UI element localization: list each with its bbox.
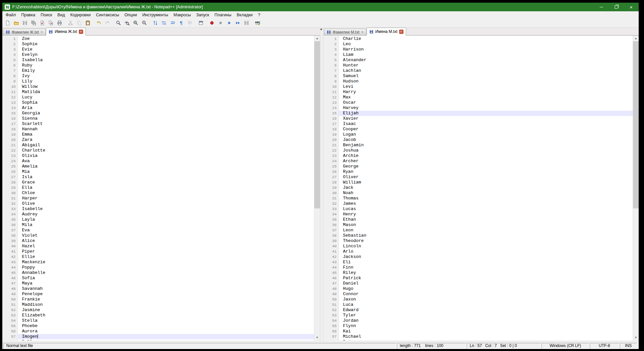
line-text[interactable]: Archie [339,153,633,159]
tab-right-0[interactable]: Фамилии M.txt× [324,29,366,35]
line-number[interactable]: 55 [323,323,339,329]
line-text[interactable]: Flynn [339,323,633,329]
line-text[interactable]: Emma [18,132,314,137]
paste-button[interactable] [83,19,92,27]
line-number[interactable]: 44 [2,265,18,270]
line-text[interactable]: Riley [339,270,633,276]
line-text[interactable]: Arlo [339,249,633,254]
line-number[interactable]: 26 [2,169,18,175]
line-number[interactable]: 45 [323,270,339,276]
line-number[interactable]: 8 [2,73,18,79]
line-number[interactable]: 14 [2,105,18,111]
macro-multi-button[interactable] [234,19,242,27]
line-text[interactable]: Leo [339,42,633,47]
line-text[interactable]: Stella [18,318,314,323]
line-number[interactable]: 39 [323,238,339,244]
status-cursor-position[interactable]: Ln : 57 Col : 7 Sel : 0 | 0 [467,343,541,349]
line-number[interactable]: 1 [2,36,18,42]
line-text[interactable]: Ivy [18,73,314,79]
line-number[interactable]: 18 [2,127,18,132]
text-area-left[interactable]: 1Zoe2Sophie3Evie4Evelyn5Isabella6Ruby7Em… [2,36,314,340]
save-button[interactable] [21,19,29,27]
line-text[interactable]: Mila [18,222,314,228]
line-number[interactable]: 33 [2,206,18,212]
line-text[interactable]: Evelyn [18,52,314,58]
line-number[interactable]: 47 [323,281,339,286]
user-dialog-button[interactable] [197,19,205,27]
line-text[interactable]: Hannah [18,127,314,132]
line-text[interactable]: Oscar [339,100,633,105]
line-number[interactable]: 29 [2,185,18,190]
undo-button[interactable] [94,19,103,27]
line-number[interactable]: 17 [323,121,339,127]
line-text[interactable]: Isaac [339,121,633,127]
redo-button[interactable] [103,19,112,27]
line-text[interactable]: Ella [18,185,314,190]
menu-item-file[interactable]: Файл [3,12,19,18]
menu-item-plugins[interactable]: Плагины [212,12,234,18]
line-number[interactable]: 10 [323,84,339,89]
line-text[interactable]: Lachlan [339,68,633,73]
line-number[interactable]: 46 [2,276,18,281]
line-text[interactable]: Ethan [339,217,633,222]
line-text[interactable]: Alexander [339,58,633,63]
line-number[interactable]: 10 [2,84,18,89]
line-text[interactable]: Theodore [339,238,633,244]
scroll-track[interactable] [633,41,639,335]
line-text[interactable]: Violet [18,233,314,238]
scroll-track[interactable] [314,41,320,335]
menu-item-help[interactable]: ? [255,12,263,18]
line-number[interactable]: 53 [323,313,339,318]
line-number[interactable]: 54 [323,318,339,323]
line-text[interactable]: Liam [339,52,633,58]
line-text[interactable]: Charlotte [18,148,314,153]
line-text[interactable]: Xavier [339,116,633,121]
line-text[interactable]: Jaxon [339,297,633,302]
line-number[interactable]: 23 [323,153,339,159]
line-text[interactable]: William [339,180,633,185]
line-text[interactable]: Joshua [339,148,633,153]
line-text[interactable]: Sienna [18,116,314,121]
line-number[interactable]: 52 [323,307,339,313]
line-number[interactable]: 48 [2,286,18,292]
menu-item-tabs[interactable]: Вкладки [234,12,255,18]
line-number[interactable]: 15 [323,111,339,116]
line-number[interactable]: 32 [323,201,339,206]
line-text[interactable]: Grace [18,180,314,185]
line-text[interactable]: Daniel [339,281,633,286]
line-number[interactable]: 44 [323,265,339,270]
line-text[interactable]: Logan [339,132,633,137]
splitter[interactable]: ◀ [320,28,323,342]
line-number[interactable]: 53 [2,313,18,318]
line-text[interactable]: Ava [18,159,314,164]
line-number[interactable]: 12 [323,95,339,100]
line-number[interactable]: 21 [2,143,18,148]
line-text[interactable]: Sophia [18,100,314,105]
line-number[interactable]: 20 [323,137,339,143]
line-text[interactable]: Oliver [339,175,633,180]
line-number[interactable]: 26 [323,169,339,175]
line-number[interactable]: 24 [323,159,339,164]
line-number[interactable]: 37 [323,228,339,233]
status-insert-mode[interactable]: INS [620,343,637,349]
line-text[interactable]: Archer [339,159,633,164]
save-all-button[interactable] [29,19,38,27]
line-text[interactable]: Scarlett [18,121,314,127]
line-text[interactable]: Maya [18,281,314,286]
line-text[interactable]: Charlie [339,36,633,42]
line-text[interactable]: Ryder [339,339,633,340]
line-text[interactable]: Elizabeth [18,313,314,318]
line-text[interactable]: Layla [18,217,314,222]
line-number[interactable]: 7 [2,68,18,73]
line-text[interactable]: Max [339,95,633,100]
line-number[interactable]: 4 [323,52,339,58]
line-number[interactable]: 34 [323,212,339,217]
line-text[interactable]: Benjamin [339,143,633,148]
line-text[interactable]: James [339,201,633,206]
line-text[interactable]: Amelia [18,164,314,169]
tab-left-0[interactable]: Фамилии Ж.txt× [3,29,46,35]
line-number[interactable]: 57 [2,334,18,339]
line-text[interactable]: Olive [18,201,314,206]
line-text[interactable]: Harrison [339,47,633,52]
line-number[interactable]: 34 [2,212,18,217]
